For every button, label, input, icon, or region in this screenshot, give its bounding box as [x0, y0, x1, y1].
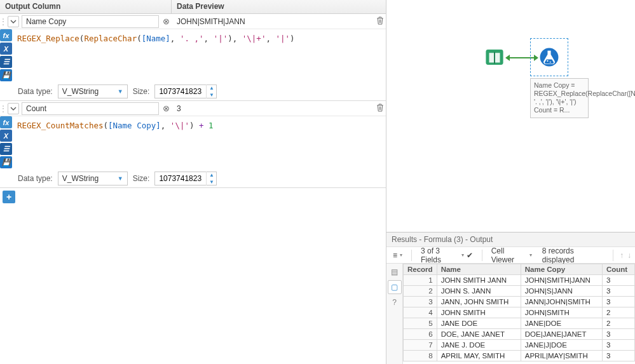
- data-preview-value: 3: [172, 103, 374, 114]
- column-header[interactable]: Count: [602, 264, 634, 275]
- header-data-preview: Data Preview: [172, 0, 386, 13]
- output-column-input[interactable]: Count: [22, 102, 159, 115]
- column-header[interactable]: Record: [404, 264, 437, 275]
- table-row[interactable]: 5JANE DOEJANE|DOE2: [404, 318, 635, 329]
- metadata-view-icon[interactable]: ▢: [388, 280, 402, 294]
- actions-menu-icon[interactable]: ≡▾: [390, 250, 405, 261]
- table-row[interactable]: 1JOHN SMITH JANNJOHN|SMITH|JANN3: [404, 275, 635, 286]
- results-grid[interactable]: RecordNameName CopyCount 1JOHN SMITH JAN…: [403, 264, 635, 364]
- table-row[interactable]: 2JOHN S. JANNJOHN|S|JANN3: [404, 286, 635, 297]
- cell[interactable]: APRIL MAY, SMITH: [437, 351, 521, 361]
- save-expression-icon[interactable]: 💾: [0, 69, 12, 81]
- step-up-icon[interactable]: ▲: [207, 172, 216, 179]
- size-stepper[interactable]: ▲▼: [154, 84, 217, 98]
- table-row[interactable]: 6DOE, JANE JANETDOE|JANE|JANET3: [404, 329, 635, 340]
- column-header[interactable]: Name Copy: [521, 264, 602, 275]
- results-toolbar: ≡▾ 3 of 3 Fields ▾ ✔ Cell Viewer ▾ 8 rec…: [386, 247, 635, 264]
- clear-column-icon[interactable]: ⊗: [160, 17, 172, 26]
- cell[interactable]: JANN, JOHN SMITH: [437, 297, 521, 307]
- cell[interactable]: DOE|JANE|JANET: [521, 329, 602, 340]
- fx-functions-icon[interactable]: fx: [0, 116, 12, 128]
- datatype-label: Data type:: [18, 87, 53, 96]
- formula-config-panel: Output Column Data Preview ⋮ Name Copy ⊗…: [0, 0, 386, 364]
- cell[interactable]: 5: [404, 318, 437, 329]
- column-header[interactable]: Name: [437, 264, 521, 275]
- clear-column-icon[interactable]: ⊗: [160, 104, 172, 113]
- datatype-select[interactable]: V_WString▼: [58, 172, 128, 185]
- cell[interactable]: 3: [404, 297, 437, 307]
- cell[interactable]: JANE|DOE: [521, 318, 602, 329]
- cell[interactable]: DOE, JANE JANET: [437, 329, 521, 340]
- cell[interactable]: 3: [602, 351, 634, 361]
- drag-handle-icon[interactable]: ⋮: [0, 104, 6, 113]
- cell[interactable]: 3: [602, 297, 634, 307]
- cell[interactable]: 3: [602, 275, 634, 286]
- cell[interactable]: 7: [404, 340, 437, 351]
- cell[interactable]: JOHN SMITH JANN: [437, 275, 521, 286]
- cell[interactable]: JANE J. DOE: [437, 340, 521, 351]
- workflow-canvas[interactable]: Name Copy = REGEX_Replace(ReplaceChar([N…: [386, 0, 635, 232]
- cell[interactable]: 2: [602, 318, 634, 329]
- step-down-icon[interactable]: ▼: [207, 179, 216, 185]
- columns-browser-icon[interactable]: ☰: [0, 56, 12, 68]
- drag-handle-icon[interactable]: ⋮: [0, 17, 6, 26]
- cell[interactable]: 8: [404, 351, 437, 361]
- nav-down-icon[interactable]: ↓: [627, 251, 631, 260]
- size-input[interactable]: [155, 87, 206, 96]
- table-view-icon[interactable]: ▤: [388, 265, 402, 279]
- expression-editor[interactable]: REGEX_CountMatches([Name Copy], '\|') + …: [12, 116, 386, 170]
- results-panel: Results - Formula (3) - Output ≡▾ 3 of 3…: [386, 232, 635, 364]
- add-expression-button[interactable]: +: [3, 191, 15, 203]
- columns-browser-icon[interactable]: ☰: [0, 143, 12, 155]
- cell[interactable]: 6: [404, 329, 437, 340]
- delete-expression-icon[interactable]: [374, 104, 386, 114]
- table-row[interactable]: 8APRIL MAY, SMITHAPRIL|MAY|SMITH3: [404, 351, 635, 361]
- cell[interactable]: 2: [602, 307, 634, 318]
- cell[interactable]: 4: [404, 307, 437, 318]
- size-stepper[interactable]: ▲▼: [154, 172, 217, 185]
- expression-editor[interactable]: REGEX_Replace(ReplaceChar([Name], '. ,',…: [12, 29, 386, 83]
- cell[interactable]: JANN|JOHN|SMITH: [521, 297, 602, 307]
- cell[interactable]: JANE|J|DOE: [521, 340, 602, 351]
- save-expression-icon[interactable]: 💾: [0, 156, 12, 168]
- cell[interactable]: APRIL|MAY|SMITH: [521, 351, 602, 361]
- fields-picker[interactable]: 3 of 3 Fields ▾ ✔: [418, 245, 475, 266]
- cell[interactable]: JOHN|SMITH: [521, 307, 602, 318]
- cell[interactable]: 3: [602, 340, 634, 351]
- cell[interactable]: 3: [602, 329, 634, 340]
- expression-toolstrip: fx X ☰ 💾: [0, 116, 12, 170]
- size-label: Size:: [133, 174, 150, 183]
- delete-expression-icon[interactable]: [374, 17, 386, 27]
- step-up-icon[interactable]: ▲: [207, 84, 216, 91]
- x-variables-icon[interactable]: X: [0, 43, 12, 55]
- input-data-tool-icon[interactable]: [482, 44, 507, 70]
- cell[interactable]: 3: [602, 286, 634, 297]
- step-down-icon[interactable]: ▼: [207, 91, 216, 98]
- output-column-input[interactable]: Name Copy: [22, 15, 159, 28]
- cell[interactable]: JANE DOE: [437, 318, 521, 329]
- cell[interactable]: JOHN|S|JANN: [521, 286, 602, 297]
- table-row[interactable]: 3JANN, JOHN SMITHJANN|JOHN|SMITH3: [404, 297, 635, 307]
- datatype-select[interactable]: V_WString▼: [58, 84, 128, 98]
- collapse-toggle[interactable]: [8, 16, 19, 27]
- size-input[interactable]: [155, 174, 206, 183]
- table-row[interactable]: 7JANE J. DOEJANE|J|DOE3: [404, 340, 635, 351]
- cell[interactable]: JOHN SMITH: [437, 307, 521, 318]
- svg-point-3: [550, 62, 551, 63]
- collapse-toggle[interactable]: [8, 103, 19, 114]
- fx-functions-icon[interactable]: fx: [0, 29, 12, 41]
- cell[interactable]: 2: [404, 286, 437, 297]
- cell-viewer-toggle[interactable]: Cell Viewer ▾: [489, 245, 535, 266]
- expression-block-2: ⋮ Count ⊗ 3 fx X ☰ 💾 REGEX_CountMatches(…: [0, 101, 386, 188]
- help-icon[interactable]: ?: [388, 295, 402, 309]
- datatype-label: Data type:: [18, 174, 53, 183]
- nav-up-icon[interactable]: ↑: [620, 251, 624, 260]
- cell[interactable]: 1: [404, 275, 437, 286]
- cell[interactable]: JOHN|SMITH|JANN: [521, 275, 602, 286]
- x-variables-icon[interactable]: X: [0, 130, 12, 142]
- formula-tool-icon[interactable]: [536, 44, 562, 70]
- header-output-column: Output Column: [0, 0, 172, 13]
- svg-point-2: [547, 60, 548, 62]
- table-row[interactable]: 4JOHN SMITHJOHN|SMITH2: [404, 307, 635, 318]
- cell[interactable]: JOHN S. JANN: [437, 286, 521, 297]
